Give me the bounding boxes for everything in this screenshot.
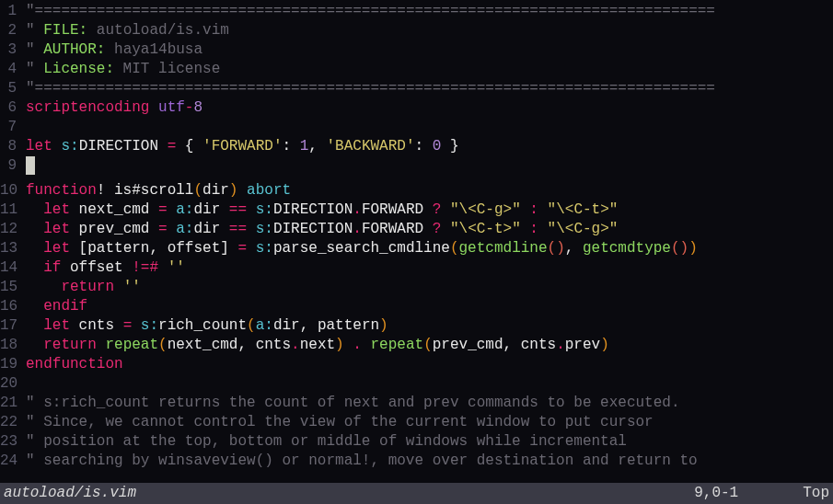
token: dir xyxy=(193,201,228,218)
code-line[interactable]: 6scriptencoding utf-8 xyxy=(0,98,833,118)
token: " xyxy=(26,452,43,469)
token: '' xyxy=(168,259,185,276)
code-line[interactable]: 7 xyxy=(0,118,833,137)
code-content[interactable] xyxy=(26,374,833,394)
line-number: 8 xyxy=(0,137,26,156)
token: utf xyxy=(158,99,185,116)
code-content[interactable]: let next_cmd = a:dir == s:DIRECTION.FORW… xyxy=(26,200,833,220)
token: offset xyxy=(61,259,132,276)
token: return xyxy=(61,279,114,295)
code-content[interactable]: " FILE: autoload/is.vim xyxy=(26,21,833,40)
status-scroll: Top xyxy=(738,484,829,503)
token xyxy=(247,201,256,218)
code-editor[interactable]: 1"======================================… xyxy=(0,0,833,473)
code-line[interactable]: 17 let cnts = s:rich_count(a:dir, patter… xyxy=(0,316,833,336)
token: " xyxy=(26,414,43,430)
token: { xyxy=(176,138,202,155)
status-filename: autoload/is.vim xyxy=(4,484,694,503)
code-content[interactable]: return repeat(next_cmd, cnts.next) . rep… xyxy=(26,336,833,355)
code-line[interactable]: 2" FILE: autoload/is.vim xyxy=(0,21,833,40)
code-line[interactable]: 22" Since, we cannot control the view of… xyxy=(0,413,833,432)
cursor xyxy=(26,156,35,175)
token xyxy=(97,337,106,353)
code-content[interactable]: " AUTHOR: haya14busa xyxy=(26,40,833,60)
code-content[interactable]: " position at the top, bottom or middle … xyxy=(26,432,833,452)
code-content[interactable]: let s:DIRECTION = { 'FORWARD': 1, 'BACKW… xyxy=(26,137,833,156)
line-number: 11 xyxy=(0,200,26,220)
code-line[interactable]: 14 if offset !=# '' xyxy=(0,258,833,278)
code-line[interactable]: 5"======================================… xyxy=(0,79,833,98)
code-content[interactable]: " License: MIT license xyxy=(26,60,833,79)
code-line[interactable]: 11 let next_cmd = a:dir == s:DIRECTION.F… xyxy=(0,200,833,220)
line-number: 24 xyxy=(0,452,26,471)
code-line[interactable]: 3" AUTHOR: haya14busa xyxy=(0,40,833,60)
code-line[interactable]: 23" position at the top, bottom or middl… xyxy=(0,432,833,452)
token: " xyxy=(26,433,43,450)
token: = xyxy=(158,201,168,218)
code-content[interactable]: let [pattern, offset] = s:parse_search_c… xyxy=(26,239,833,258)
code-line[interactable]: 21" s:rich_count returns the count of ne… xyxy=(0,394,833,413)
token: !=# xyxy=(132,259,158,276)
token: s: xyxy=(141,317,158,334)
token: endif xyxy=(43,298,87,315)
code-content[interactable]: return '' xyxy=(26,278,833,297)
code-line[interactable]: 15 return '' xyxy=(0,278,833,297)
token: getcmdline xyxy=(459,240,548,257)
code-content[interactable] xyxy=(26,118,833,137)
token xyxy=(132,317,141,334)
code-content[interactable]: " searching by winsaveview() or normal!,… xyxy=(26,452,833,471)
status-position: 9,0-1 xyxy=(694,484,738,503)
code-line[interactable]: 20 xyxy=(0,374,833,394)
token: = xyxy=(168,138,177,155)
token: " xyxy=(26,80,35,97)
code-content[interactable]: endif xyxy=(26,297,833,316)
token xyxy=(538,201,548,218)
code-line[interactable]: 4" License: MIT license xyxy=(0,60,833,79)
token: return xyxy=(43,337,97,353)
code-content[interactable]: " s:rich_count returns the count of next… xyxy=(26,394,833,413)
code-content[interactable]: endfunction xyxy=(26,355,833,374)
code-content[interactable]: scriptencoding utf-8 xyxy=(26,98,833,118)
code-line[interactable]: 16 endif xyxy=(0,297,833,316)
code-content[interactable]: "=======================================… xyxy=(26,2,833,21)
token: . xyxy=(353,221,362,237)
code-content[interactable]: "=======================================… xyxy=(26,79,833,98)
code-content[interactable]: " Since, we cannot control the view of t… xyxy=(26,413,833,432)
token: == xyxy=(229,221,247,237)
token xyxy=(521,221,530,237)
token xyxy=(114,279,123,295)
token: "\<C-g>" xyxy=(548,221,619,237)
code-content[interactable]: let prev_cmd = a:dir == s:DIRECTION.FORW… xyxy=(26,220,833,239)
token: AUTHOR: xyxy=(43,41,105,58)
token: ) xyxy=(335,337,344,353)
token xyxy=(26,279,61,295)
token: next xyxy=(300,337,335,353)
code-line[interactable]: 1"======================================… xyxy=(0,2,833,21)
code-content[interactable]: function! is#scroll(dir) abort xyxy=(26,181,833,200)
token xyxy=(26,317,43,334)
code-line[interactable]: 8let s:DIRECTION = { 'FORWARD': 1, 'BACK… xyxy=(0,137,833,156)
code-line[interactable]: 24" searching by winsaveview() or normal… xyxy=(0,452,833,471)
token: : xyxy=(415,138,433,155)
code-line[interactable]: 18 return repeat(next_cmd, cnts.next) . … xyxy=(0,336,833,355)
code-line[interactable]: 19endfunction xyxy=(0,355,833,374)
token: == xyxy=(229,201,247,218)
token: ? xyxy=(433,201,442,218)
code-line[interactable]: 13 let [pattern, offset] = s:parse_searc… xyxy=(0,239,833,258)
code-line[interactable]: 12 let prev_cmd = a:dir == s:DIRECTION.F… xyxy=(0,220,833,239)
code-line[interactable]: 10function! is#scroll(dir) abort xyxy=(0,181,833,200)
token: MIT license xyxy=(114,61,220,77)
line-number: 12 xyxy=(0,220,26,239)
code-content[interactable] xyxy=(26,156,833,181)
token: : xyxy=(529,221,538,237)
code-content[interactable]: if offset !=# '' xyxy=(26,258,833,278)
token: . xyxy=(353,337,362,353)
code-content[interactable]: let cnts = s:rich_count(a:dir, pattern) xyxy=(26,316,833,336)
token: DIRECTION xyxy=(273,221,353,237)
line-number: 5 xyxy=(0,79,26,98)
line-number: 16 xyxy=(0,297,26,316)
token: ( xyxy=(193,182,202,199)
code-line[interactable]: 9 xyxy=(0,156,833,181)
token: let xyxy=(43,201,70,218)
token: . xyxy=(291,337,300,353)
